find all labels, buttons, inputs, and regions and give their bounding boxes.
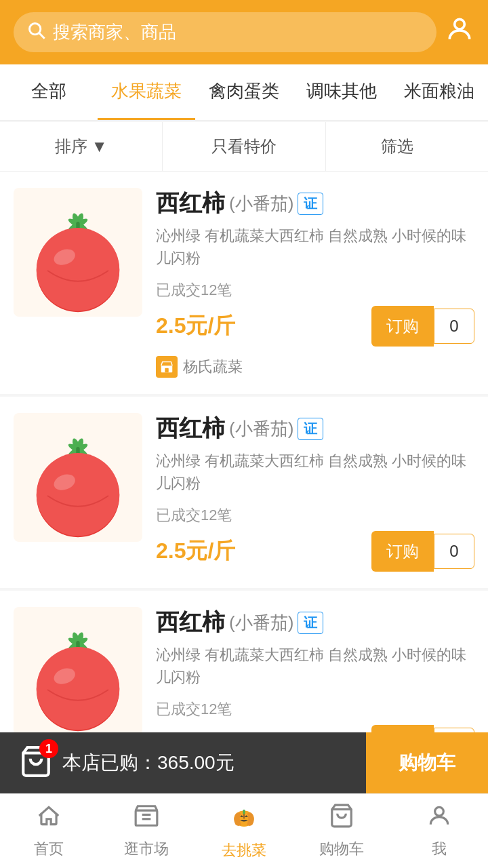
nav-home[interactable]: 首页 — [0, 794, 98, 868]
user-icon[interactable] — [445, 14, 474, 50]
screen-label: 筛选 — [381, 136, 413, 157]
order-button-2[interactable]: 订购 — [371, 531, 434, 572]
product-price-1: 2.5元/斤 — [156, 311, 235, 341]
screen-icon — [418, 137, 432, 156]
product-image-3[interactable] — [14, 607, 142, 736]
nav-market[interactable]: 逛市场 — [98, 794, 195, 868]
svg-rect-12 — [165, 368, 169, 372]
nav-market-label: 逛市场 — [124, 839, 169, 859]
nav-pick-label: 去挑菜 — [222, 840, 266, 861]
cart-icon-wrap: 1 — [19, 745, 53, 781]
pick-icon — [230, 802, 258, 836]
nav-cart-label: 购物车 — [319, 839, 364, 859]
product-sub-name-1: (小番茄) — [229, 192, 293, 216]
cart-bar: 1 本店已购：365.00元 购物车 — [0, 732, 488, 793]
category-tabs: 全部 水果蔬菜 禽肉蛋类 调味其他 米面粮油 — [0, 64, 488, 121]
product-desc-2: 沁州绿 有机蔬菜大西红柿 自然成熟 小时候的味儿闪粉 — [156, 450, 474, 494]
cat-fruit-veg[interactable]: 水果蔬菜 — [98, 64, 195, 120]
go-to-cart-button[interactable]: 购物车 — [366, 732, 488, 793]
bottom-nav: 首页 逛市场 — [0, 793, 488, 868]
shop-name-1: 杨氏蔬菜 — [183, 357, 243, 377]
special-label: 只看特价 — [211, 136, 277, 157]
product-sub-name-3: (小番茄) — [229, 611, 293, 635]
product-bottom-1: 2.5元/斤 订购 0 — [156, 306, 474, 347]
product-list: 西红柿 (小番茄) 证 沁州绿 有机蔬菜大西红柿 自然成熟 小时候的味儿闪粉 已… — [0, 172, 488, 782]
me-icon — [426, 803, 452, 835]
cat-seasoning[interactable]: 调味其他 — [293, 64, 390, 120]
sort-filter[interactable]: 排序 ▼ — [0, 122, 163, 171]
product-price-2: 2.5元/斤 — [156, 536, 235, 566]
product-image-1[interactable] — [14, 188, 142, 317]
product-meta-3: 已成交12笔 — [156, 699, 474, 719]
nav-home-label: 首页 — [34, 839, 64, 859]
cert-badge-3: 证 — [298, 612, 323, 634]
product-info-2: 西红柿 (小番茄) 证 沁州绿 有机蔬菜大西红柿 自然成熟 小时候的味儿闪粉 已… — [156, 413, 474, 572]
product-sub-name-2: (小番茄) — [229, 417, 293, 441]
header: 搜索商家、商品 — [0, 0, 488, 64]
sort-icon: ▼ — [92, 137, 108, 156]
cat-poultry[interactable]: 禽肉蛋类 — [195, 64, 293, 120]
order-qty-1: 0 — [434, 309, 474, 344]
filter-bar: 排序 ▼ 只看特价 筛选 — [0, 122, 488, 172]
cat-all[interactable]: 全部 — [0, 64, 98, 120]
svg-point-27 — [37, 647, 119, 730]
search-icon — [27, 21, 46, 44]
nav-me[interactable]: 我 — [390, 794, 488, 868]
search-placeholder: 搜索商家、商品 — [53, 20, 176, 44]
nav-cart[interactable]: 购物车 — [293, 794, 390, 868]
product-main-name-1: 西红柿 — [156, 188, 225, 219]
product-meta-2: 已成交12笔 — [156, 505, 474, 526]
cart-badge: 1 — [39, 739, 58, 758]
product-card-2: 西红柿 (小番茄) 证 沁州绿 有机蔬菜大西红柿 自然成熟 小时候的味儿闪粉 已… — [0, 397, 488, 588]
svg-point-2 — [455, 19, 465, 29]
svg-point-9 — [37, 228, 119, 311]
svg-point-42 — [435, 807, 444, 816]
cert-badge-2: 证 — [298, 418, 323, 440]
cart-text: 本店已购：365.00元 — [62, 750, 235, 776]
product-title-1: 西红柿 (小番茄) 证 — [156, 188, 474, 219]
order-button-1[interactable]: 订购 — [371, 306, 434, 347]
order-qty-2: 0 — [434, 534, 474, 569]
shop-tag-1[interactable]: 杨氏蔬菜 — [156, 356, 474, 378]
cat-grain[interactable]: 米面粮油 — [390, 64, 488, 120]
shop-icon-1 — [156, 356, 178, 378]
product-image-2[interactable] — [14, 413, 142, 542]
product-title-3: 西红柿 (小番茄) 证 — [156, 607, 474, 638]
svg-point-19 — [37, 453, 119, 536]
sort-label: 排序 — [55, 136, 87, 157]
product-main-name-3: 西红柿 — [156, 607, 225, 638]
svg-point-0 — [30, 23, 41, 34]
search-bar[interactable]: 搜索商家、商品 — [14, 12, 436, 52]
product-card-1: 西红柿 (小番茄) 证 沁州绿 有机蔬菜大西红柿 自然成熟 小时候的味儿闪粉 已… — [0, 172, 488, 394]
product-bottom-2: 2.5元/斤 订购 0 — [156, 531, 474, 572]
order-group-2: 订购 0 — [371, 531, 474, 572]
svg-rect-38 — [243, 810, 245, 814]
svg-line-1 — [39, 33, 45, 39]
product-info-1: 西红柿 (小番茄) 证 沁州绿 有机蔬菜大西红柿 自然成熟 小时候的味儿闪粉 已… — [156, 188, 474, 378]
cert-badge-1: 证 — [298, 193, 323, 215]
product-desc-3: 沁州绿 有机蔬菜大西红柿 自然成熟 小时候的味儿闪粉 — [156, 644, 474, 688]
product-title-2: 西红柿 (小番茄) 证 — [156, 413, 474, 444]
screen-filter[interactable]: 筛选 — [326, 122, 488, 171]
product-desc-1: 沁州绿 有机蔬菜大西红柿 自然成熟 小时候的味儿闪粉 — [156, 224, 474, 269]
order-group-1: 订购 0 — [371, 306, 474, 347]
cart-nav-icon — [329, 803, 354, 835]
product-main-name-2: 西红柿 — [156, 413, 225, 444]
cart-info: 1 本店已购：365.00元 — [0, 732, 366, 793]
nav-me-label: 我 — [432, 839, 447, 859]
home-icon — [36, 803, 62, 835]
special-filter[interactable]: 只看特价 — [163, 122, 325, 171]
market-icon — [134, 803, 159, 835]
nav-pick[interactable]: 去挑菜 — [195, 794, 293, 868]
product-meta-1: 已成交12笔 — [156, 280, 474, 300]
